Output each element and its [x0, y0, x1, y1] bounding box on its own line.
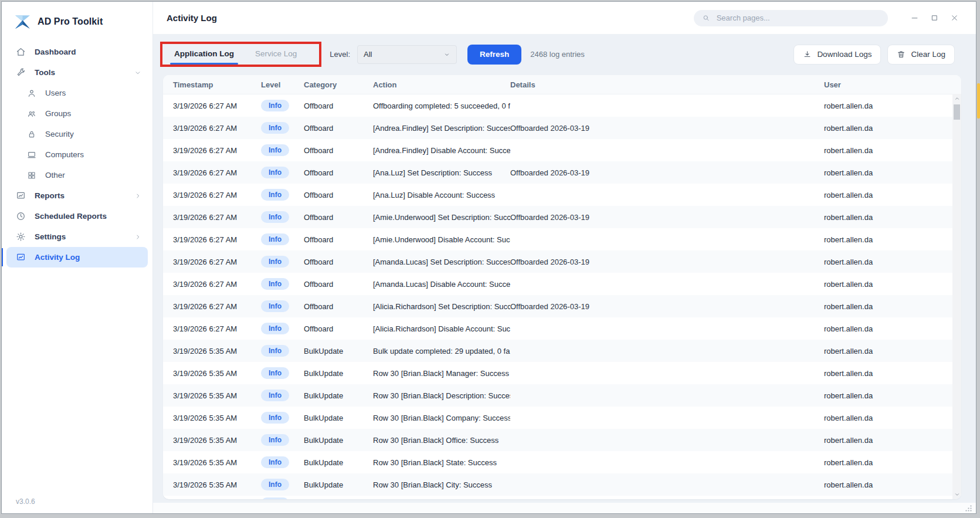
tab-service-log[interactable]: Service Log [255, 49, 297, 59]
cell-timestamp: 3/19/2026 6:27 AM [173, 258, 261, 266]
sidebar-item-other[interactable]: Other [6, 165, 148, 185]
trash-icon [897, 50, 906, 59]
scroll-down-button[interactable] [952, 490, 961, 499]
cell-timestamp: 3/19/2026 6:27 AM [173, 213, 261, 222]
cell-action: Offboarding completed: 5 succeeded, 0 fa [373, 101, 510, 110]
column-header-level: Level [261, 80, 304, 89]
cell-action: [Amanda.Lucas] Disable Account: Success [373, 280, 510, 289]
level-select[interactable]: All [357, 45, 457, 64]
level-badge: Info [261, 233, 289, 245]
column-header-action: Action [373, 80, 510, 89]
sidebar-item-settings[interactable]: Settings [6, 226, 148, 247]
cell-level: Info [261, 367, 304, 379]
cell-user: robert.allen.da [824, 280, 961, 289]
search-input[interactable] [715, 13, 880, 23]
maximize-button[interactable] [924, 9, 944, 27]
cell-user: robert.allen.da [824, 324, 961, 333]
cell-action: Row 30 [Brian.Black] Office: Success [373, 436, 510, 445]
toolbar: Application Log Service Log Level: All R… [153, 35, 976, 70]
level-badge: Info [261, 122, 289, 134]
cell-timestamp: 3/19/2026 5:35 AM [173, 480, 261, 489]
chevron-down-icon [954, 492, 960, 497]
minimize-button[interactable] [904, 9, 924, 27]
cell-user: robert.allen.da [824, 146, 961, 155]
cell-action: [Amanda.Lucas] Set Description: Success [373, 258, 510, 266]
cell-user: robert.allen.da [824, 101, 961, 110]
sidebar-item-dashboard[interactable]: Dashboard [6, 42, 148, 62]
vertical-scrollbar[interactable] [952, 94, 961, 499]
cell-category: Offboard [304, 324, 373, 333]
tab-application-log[interactable]: Application Log [174, 49, 234, 59]
scroll-up-button[interactable] [952, 94, 961, 103]
cell-category: Offboard [304, 168, 373, 177]
table-row: 3/19/2026 6:27 AM Info Offboard [Amanda.… [163, 250, 961, 273]
sidebar-item-reports[interactable]: Reports [6, 185, 148, 206]
table-row: 3/19/2026 6:27 AM Info Offboard [Alicia.… [163, 317, 961, 340]
brand-name: AD Pro Toolkit [38, 16, 103, 27]
cell-action: [Andrea.Findley] Set Description: Succes… [373, 124, 510, 133]
cell-category: BulkUpdate [304, 347, 373, 356]
cell-level: Info [261, 323, 304, 334]
level-badge: Info [261, 300, 289, 312]
cell-user: robert.allen.da [824, 458, 961, 467]
search-box[interactable] [694, 10, 888, 26]
sidebar-item-groups[interactable]: Groups [6, 103, 148, 124]
main-body: Application Log Service Log Level: All R… [153, 35, 976, 513]
scrollbar-thumb[interactable] [954, 104, 960, 120]
cell-category: BulkUpdate [304, 458, 373, 467]
cell-level: Info [261, 390, 304, 401]
sidebar-item-security[interactable]: Security [6, 124, 148, 144]
close-button[interactable] [944, 9, 964, 27]
refresh-button[interactable]: Refresh [467, 45, 521, 65]
resize-grip[interactable] [965, 505, 972, 512]
cell-details: Offboarded 2026-03-19 [510, 302, 824, 311]
cell-level: Info [261, 189, 304, 201]
cell-level: Info [261, 496, 304, 499]
cell-user: robert.allen.da [824, 168, 961, 177]
log-table: Timestamp Level Category Action Details … [163, 75, 961, 499]
table-row: 3/19/2026 5:35 AM Info BulkUpdate Row 30… [163, 384, 961, 407]
cell-level: Info [261, 211, 304, 223]
sidebar-item-tools[interactable]: Tools [6, 62, 148, 83]
download-logs-button[interactable]: Download Logs [794, 45, 881, 65]
table-row: 3/19/2026 6:27 AM Info Offboard [Alicia.… [163, 295, 961, 317]
cell-timestamp: 3/19/2026 6:27 AM [173, 124, 261, 133]
column-header-details: Details [510, 80, 824, 89]
sidebar-item-users[interactable]: Users [6, 83, 148, 103]
report-icon [16, 191, 26, 201]
sidebar-item-computers[interactable]: Computers [6, 144, 148, 165]
cell-timestamp: 3/19/2026 6:27 AM [173, 101, 261, 110]
level-badge: Info [261, 211, 289, 223]
sidebar-item-activity-log[interactable]: Activity Log [6, 247, 148, 268]
cell-timestamp: 3/19/2026 6:27 AM [173, 324, 261, 333]
cell-action: Row 30 [Brian.Black] Description: Succes… [373, 391, 510, 400]
sidebar-item-scheduled-reports[interactable]: Scheduled Reports [6, 206, 148, 226]
cell-category: Offboard [304, 146, 373, 155]
cell-category: Offboard [304, 280, 373, 289]
clear-log-button[interactable]: Clear Log [887, 45, 955, 65]
cell-category: BulkUpdate [304, 480, 373, 489]
cell-level: Info [261, 278, 304, 290]
level-badge: Info [261, 412, 289, 424]
cell-category: BulkUpdate [304, 414, 373, 422]
cell-category: BulkUpdate [304, 369, 373, 378]
level-badge: Info [261, 167, 289, 178]
level-badge: Info [261, 390, 289, 401]
activity-icon [16, 252, 26, 262]
cell-timestamp: 3/19/2026 6:27 AM [173, 191, 261, 199]
cell-details: Offboarded 2026-03-19 [510, 168, 824, 177]
log-entries-count: 2468 log entries [530, 50, 585, 59]
lock-icon [27, 130, 36, 139]
page-title: Activity Log [167, 13, 217, 23]
level-badge: Info [261, 144, 289, 156]
sidebar: AD Pro Toolkit Dashboard Tools Users Gro… [2, 2, 153, 513]
table-row: 3/19/2026 5:35 AM Info BulkUpdate Row 30… [163, 473, 961, 496]
chevron-up-icon [954, 96, 960, 101]
minimize-icon [910, 13, 919, 22]
table-row: 3/19/2026 6:27 AM Info Offboard Offboard… [163, 94, 961, 117]
cell-user: robert.allen.da [824, 191, 961, 199]
app-version: v3.0.6 [16, 497, 35, 506]
table-rows: 3/19/2026 6:27 AM Info Offboard Offboard… [163, 94, 961, 499]
cell-user: robert.allen.da [824, 235, 961, 244]
app-window: AD Pro Toolkit Dashboard Tools Users Gro… [1, 1, 976, 514]
